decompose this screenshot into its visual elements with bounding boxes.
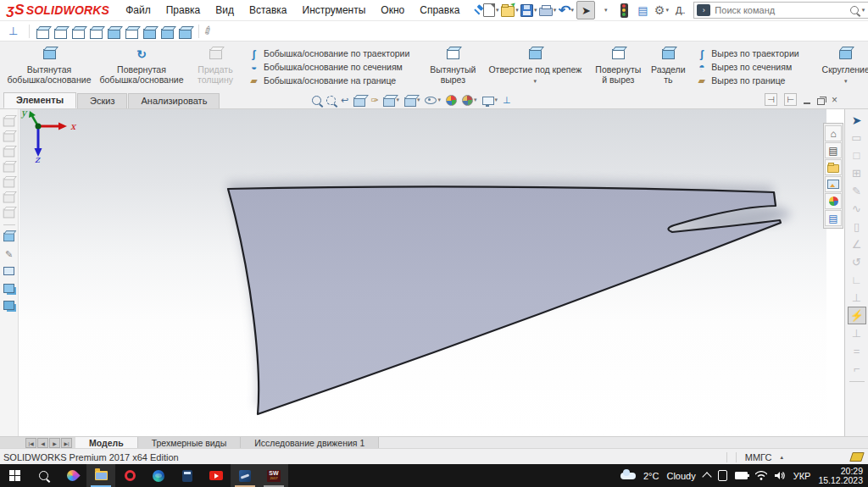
top-view-icon[interactable] — [108, 29, 120, 39]
solidworks-app-button[interactable]: SW 2017 — [259, 464, 288, 487]
revolved-cut-button[interactable]: Повернутый вырез — [590, 43, 646, 91]
tab-features[interactable]: Элементы — [3, 92, 76, 108]
thicken-button[interactable]: Придать толщину — [188, 43, 242, 91]
menu-edit[interactable]: Правка — [159, 2, 209, 19]
section-view-button[interactable] — [353, 94, 365, 107]
view-palette-tab[interactable] — [825, 176, 842, 192]
search-input[interactable] — [713, 4, 849, 16]
window-panes-button2[interactable] — [3, 298, 16, 312]
menu-help[interactable]: Справка — [412, 2, 467, 19]
custom-tool-button[interactable]: Д.. — [671, 2, 688, 19]
home-tab[interactable]: ⌂ — [825, 125, 842, 141]
wifi-icon[interactable] — [755, 471, 767, 480]
view-settings-button[interactable]: ▾ — [482, 95, 498, 105]
tab-3d-views[interactable]: Трехмерные виды — [138, 437, 242, 449]
front-view-icon[interactable] — [36, 29, 49, 39]
right-view-icon[interactable] — [90, 29, 103, 39]
tab-model[interactable]: Модель — [75, 437, 138, 449]
fillet-button[interactable]: Скругление ▾ — [815, 43, 868, 91]
view-cube-icon[interactable] — [3, 194, 15, 203]
sketch-tool-icon[interactable]: ∿ — [849, 200, 865, 218]
hole-wizard-button[interactable]: Отверстие под крепеж ▾ — [480, 43, 590, 91]
hidden-icons-chevron[interactable] — [702, 472, 711, 481]
first-tab-button[interactable]: |◀ — [25, 438, 36, 448]
sketch-tool-icon[interactable]: ∟ — [849, 271, 865, 289]
hide-show-items-button[interactable]: ▾ — [425, 97, 441, 104]
weather-temp[interactable]: 2°C — [643, 471, 659, 481]
custom-properties-tab[interactable]: ▤ — [825, 210, 842, 226]
boundary-cut-button[interactable]: ▰ Вырез по границе — [693, 75, 801, 87]
new-document-button[interactable]: ▾ — [482, 2, 499, 19]
sketch-tool-icon[interactable]: = — [849, 342, 865, 360]
menu-view[interactable]: Вид — [208, 2, 242, 19]
dynamic-annotation-button[interactable]: ✑ — [370, 95, 378, 106]
phone-link-icon[interactable] — [718, 470, 727, 481]
lofted-cut-button[interactable]: ◓ Вырез по сечениям — [693, 61, 801, 74]
view-cube-icon[interactable] — [3, 179, 15, 188]
clock[interactable]: 20:29 15.12.2023 — [818, 467, 863, 485]
menu-insert[interactable]: Вставка — [242, 2, 295, 19]
edit-appearance-button[interactable] — [446, 95, 457, 106]
menu-file[interactable]: Файл — [118, 2, 159, 19]
doc-minimize-icon[interactable] — [804, 102, 810, 104]
sketch-tool-icon[interactable]: ▭ — [849, 129, 865, 147]
sketch-tool-icon[interactable]: ✎ — [849, 182, 865, 200]
display-style-button[interactable]: ▾ — [404, 94, 420, 107]
options-button[interactable]: ⚙▾ — [653, 2, 670, 19]
lofted-boss-button[interactable]: ◒ Бобышка/основание по сечениям — [246, 61, 412, 74]
rotate-view-button[interactable]: ➤ — [849, 111, 865, 129]
sketch-tool-icon[interactable]: ⌐ — [849, 360, 865, 378]
start-button[interactable] — [0, 464, 29, 487]
design-library-tab[interactable]: ▤ — [825, 142, 842, 158]
select-dropdown[interactable]: ▾ — [597, 2, 614, 19]
sketch-tool-icon[interactable]: ⊥ — [849, 289, 865, 307]
sketch-tool-icon[interactable]: ⊥ — [849, 324, 865, 342]
previous-pane-button[interactable]: ⊣ — [765, 93, 777, 106]
extruded-cut-button[interactable]: Вытянутый вырез — [426, 43, 480, 91]
last-tab-button[interactable]: ▶| — [61, 438, 72, 448]
appearances-tab[interactable] — [825, 193, 842, 209]
next-tab-button[interactable]: ▶ — [49, 438, 60, 448]
view-orientation-button[interactable]: ▾ — [383, 94, 399, 107]
view-cube-icon[interactable] — [3, 133, 15, 142]
view-cube-icon[interactable] — [3, 148, 15, 158]
file-explorer-tab[interactable] — [825, 159, 842, 175]
attachment-icon[interactable]: ✐ — [201, 23, 215, 38]
extruded-boss-button[interactable]: Вытянутая бобышка/основание — [3, 43, 95, 91]
sketch-tool-button[interactable]: ✎ — [3, 247, 16, 261]
instant3d-toggle[interactable]: ⊥ — [503, 95, 511, 106]
language-indicator[interactable]: УКР — [793, 471, 811, 481]
sketch-tool-icon[interactable]: ∠ — [849, 235, 865, 253]
units-selector[interactable]: ММГС — [745, 452, 772, 462]
taskbar-search-button[interactable] — [29, 464, 58, 487]
view-cube-icon[interactable] — [3, 209, 15, 219]
print-button[interactable]: ▾ — [539, 2, 557, 19]
battery-icon[interactable] — [735, 472, 748, 479]
prev-tab-button[interactable]: ◀ — [37, 438, 48, 448]
zoom-area-button[interactable] — [326, 96, 336, 105]
dimetric-view-icon[interactable] — [179, 29, 192, 39]
calculator-button[interactable] — [173, 464, 202, 487]
doc-restore-icon[interactable] — [817, 98, 825, 105]
save-button[interactable]: ▾ — [520, 2, 537, 19]
bottom-view-icon[interactable] — [125, 29, 138, 39]
window-panes-button[interactable] — [3, 281, 16, 295]
select-tool-button[interactable] — [3, 230, 16, 244]
search-icon[interactable] — [850, 6, 859, 14]
weather-condition[interactable]: Cloudy — [666, 471, 695, 481]
sketch-tool-icon[interactable]: ▯ — [849, 218, 865, 235]
select-button[interactable]: ➤ — [576, 1, 595, 19]
swept-boss-button[interactable]: ʃ Бобышка/основание по траектории — [246, 47, 412, 60]
doc-close-icon[interactable]: × — [832, 95, 837, 105]
left-view-icon[interactable] — [72, 29, 85, 39]
file-properties-button[interactable]: ▤ — [634, 2, 651, 19]
revolved-boss-button[interactable]: ↻ Повернутая бобышка/основание — [95, 43, 188, 91]
sketch-tool-icon[interactable]: ⊞ — [849, 164, 865, 182]
swept-cut-button[interactable]: ʃ Вырез по траектории — [693, 47, 801, 60]
search-dropdown-icon[interactable]: ▾ — [862, 7, 865, 14]
boundary-boss-button[interactable]: ▰ Бобышка/основание на границе — [246, 75, 412, 87]
undo-button[interactable]: ↶▾ — [558, 2, 575, 19]
units-caret-icon[interactable]: ▴ — [780, 454, 783, 461]
view-cube-icon[interactable] — [3, 118, 15, 127]
opera-button[interactable] — [115, 464, 144, 487]
